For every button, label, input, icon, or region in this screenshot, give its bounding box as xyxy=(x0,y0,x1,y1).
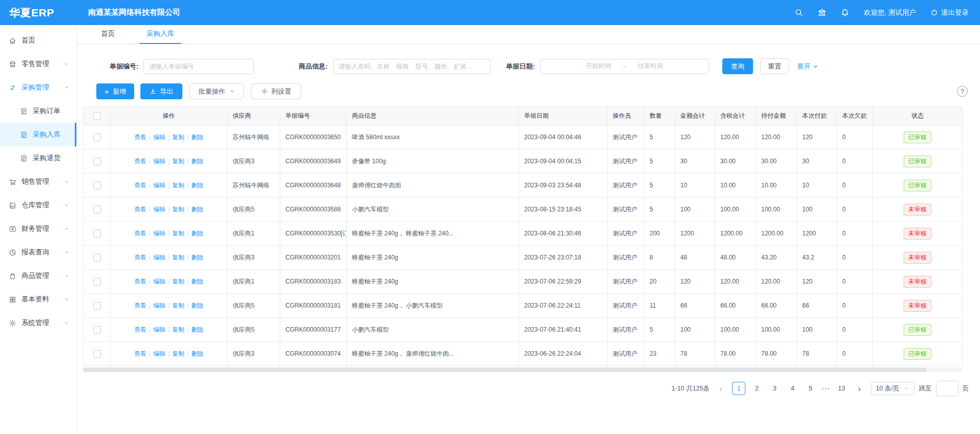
row-action-view[interactable]: 查看 xyxy=(134,326,147,333)
sidebar-item-goods[interactable]: 商品管理 xyxy=(0,264,76,288)
row-action-edit[interactable]: 编辑 xyxy=(153,302,165,309)
batch-actions-button[interactable]: 批量操作 xyxy=(190,83,244,99)
row-action-view[interactable]: 查看 xyxy=(134,278,147,285)
row-action-copy[interactable]: 复制 xyxy=(172,278,184,285)
row-action-copy[interactable]: 复制 xyxy=(172,350,184,357)
product-info-input[interactable] xyxy=(333,59,491,74)
export-button[interactable]: 导出 xyxy=(140,83,182,99)
horizontal-scrollbar[interactable] xyxy=(83,367,962,372)
logout-button[interactable]: 退出登录 xyxy=(930,8,969,17)
sidebar-item-purchase[interactable]: 采购管理 xyxy=(0,76,76,99)
sidebar-item-purchase-return[interactable]: 采购退货 xyxy=(0,146,76,170)
sidebar-item-purchase-order[interactable]: 采购订单 xyxy=(0,99,76,123)
row-checkbox[interactable] xyxy=(93,206,101,213)
sidebar-item-warehouse[interactable]: 仓库管理 xyxy=(0,193,76,217)
row-action-delete[interactable]: 删除 xyxy=(191,254,203,261)
row-action-edit[interactable]: 编辑 xyxy=(153,350,165,357)
row-action-delete[interactable]: 删除 xyxy=(191,302,203,309)
row-action-copy[interactable]: 复制 xyxy=(172,206,184,213)
row-checkbox[interactable] xyxy=(93,158,101,165)
expand-link[interactable]: 展开 xyxy=(797,62,819,71)
row-action-delete[interactable]: 删除 xyxy=(191,278,203,285)
tab-purchase-in[interactable]: 采购入库 xyxy=(139,29,181,44)
row-action-copy[interactable]: 复制 xyxy=(172,158,184,165)
sidebar-item-finance[interactable]: 财务管理 xyxy=(0,217,76,241)
row-action-edit[interactable]: 编辑 xyxy=(153,182,165,189)
sidebar-item-basic[interactable]: 基本资料 xyxy=(0,288,76,311)
row-checkbox[interactable] xyxy=(93,302,101,310)
sidebar-item-report[interactable]: 报表查询 xyxy=(0,241,76,264)
page-button-5[interactable]: 5 xyxy=(804,382,817,395)
row-action-copy[interactable]: 复制 xyxy=(172,134,184,141)
row-action-view[interactable]: 查看 xyxy=(134,254,147,261)
app-logo[interactable]: 华夏ERP xyxy=(0,6,77,20)
row-action-view[interactable]: 查看 xyxy=(134,158,147,165)
search-button[interactable]: 查询 xyxy=(722,58,753,74)
row-action-delete[interactable]: 删除 xyxy=(191,158,203,165)
sidebar-item-home[interactable]: 首页 xyxy=(0,29,76,52)
gear-icon xyxy=(261,88,268,95)
row-action-copy[interactable]: 复制 xyxy=(172,182,184,189)
platform-icon[interactable] xyxy=(818,8,826,17)
row-action-delete[interactable]: 删除 xyxy=(191,206,203,213)
row-action-delete[interactable]: 删除 xyxy=(191,182,203,189)
row-action-delete[interactable]: 删除 xyxy=(191,134,203,141)
row-checkbox[interactable] xyxy=(93,254,101,262)
page-size-select[interactable]: 10 条/页 xyxy=(871,382,914,395)
row-checkbox[interactable] xyxy=(93,230,101,237)
next-page-button[interactable]: › xyxy=(853,382,866,395)
row-checkbox[interactable] xyxy=(93,278,101,286)
tab-home[interactable]: 首页 xyxy=(94,29,122,44)
row-action-view[interactable]: 查看 xyxy=(134,302,147,309)
row-action-copy[interactable]: 复制 xyxy=(172,302,184,309)
row-action-view[interactable]: 查看 xyxy=(134,206,147,213)
row-action-edit[interactable]: 编辑 xyxy=(153,278,165,285)
sidebar-item-purchase-in[interactable]: 采购入库 xyxy=(0,123,76,146)
row-action-edit[interactable]: 编辑 xyxy=(153,206,165,213)
row-action-edit[interactable]: 编辑 xyxy=(153,230,165,237)
sidebar-item-sales[interactable]: 销售管理 xyxy=(0,170,76,193)
jump-page-input[interactable] xyxy=(936,381,958,396)
row-action-delete[interactable]: 删除 xyxy=(191,350,203,357)
bell-icon[interactable] xyxy=(841,8,849,17)
row-action-copy[interactable]: 复制 xyxy=(172,254,184,261)
row-action-edit[interactable]: 编辑 xyxy=(153,254,165,261)
column-settings-button[interactable]: 列设置 xyxy=(251,83,301,99)
main-area: 首页采购入库 单据编号: 商品信息: 单据日期: 开始时间 ~ 结束时间 查询 … xyxy=(77,25,980,434)
page-button-3[interactable]: 3 xyxy=(768,382,781,395)
page-button-1[interactable]: 1 xyxy=(732,382,745,395)
row-checkbox[interactable] xyxy=(93,350,101,358)
sidebar-item-retail[interactable]: 零售管理 xyxy=(0,52,76,76)
row-checkbox[interactable] xyxy=(93,182,101,189)
row-action-edit[interactable]: 编辑 xyxy=(153,134,165,141)
cell-debt: 0 xyxy=(837,125,873,149)
help-icon[interactable]: ? xyxy=(957,86,968,97)
row-checkbox[interactable] xyxy=(93,134,101,141)
reset-button[interactable]: 重置 xyxy=(760,58,789,74)
page-button-2[interactable]: 2 xyxy=(750,382,763,395)
cell-actions: 查看|编辑|复制|删除 xyxy=(111,294,227,318)
search-icon[interactable] xyxy=(795,8,803,17)
row-action-view[interactable]: 查看 xyxy=(134,134,147,141)
date-range-input[interactable]: 开始时间 ~ 结束时间 xyxy=(540,59,709,74)
scrollbar-thumb[interactable] xyxy=(83,367,927,372)
pagination-ellipsis[interactable]: ••• xyxy=(822,386,830,392)
row-action-copy[interactable]: 复制 xyxy=(172,326,184,333)
row-action-delete[interactable]: 删除 xyxy=(191,326,203,333)
select-all-checkbox[interactable] xyxy=(93,112,101,120)
row-action-edit[interactable]: 编辑 xyxy=(153,326,165,333)
sidebar-item-system[interactable]: 系统管理 xyxy=(0,311,76,335)
add-button[interactable]: + 新增 xyxy=(96,83,134,99)
prev-page-button[interactable]: ‹ xyxy=(714,382,727,395)
status-badge: 已审核 xyxy=(904,180,931,191)
row-action-edit[interactable]: 编辑 xyxy=(153,158,165,165)
row-action-delete[interactable]: 删除 xyxy=(191,230,203,237)
row-action-view[interactable]: 查看 xyxy=(134,182,147,189)
row-action-copy[interactable]: 复制 xyxy=(172,230,184,237)
page-button-4[interactable]: 4 xyxy=(786,382,799,395)
row-action-view[interactable]: 查看 xyxy=(134,230,147,237)
row-checkbox[interactable] xyxy=(93,326,101,334)
bill-no-input[interactable] xyxy=(143,59,254,74)
page-button-13[interactable]: 13 xyxy=(835,382,848,395)
row-action-view[interactable]: 查看 xyxy=(134,350,147,357)
